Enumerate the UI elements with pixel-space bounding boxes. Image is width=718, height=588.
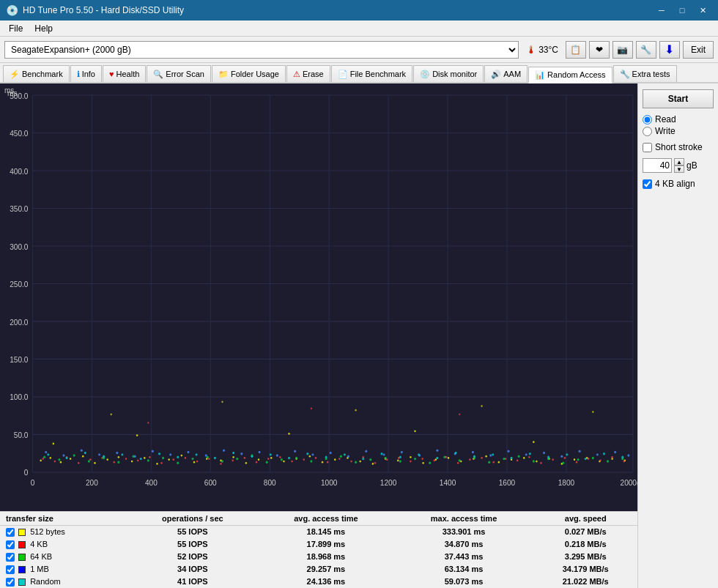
svg-point-135: [469, 458, 470, 461]
svg-point-156: [147, 459, 149, 461]
svg-point-50: [82, 455, 84, 458]
svg-point-226: [103, 455, 105, 457]
svg-point-241: [380, 453, 382, 455]
read-option[interactable]: Read: [643, 114, 714, 124]
svg-point-108: [149, 456, 150, 458]
svg-point-171: [369, 458, 371, 461]
svg-point-204: [311, 453, 314, 455]
svg-point-238: [325, 456, 327, 458]
svg-point-100: [54, 461, 56, 463]
align-option[interactable]: 4 KB align: [643, 179, 714, 189]
svg-rect-0: [0, 83, 637, 511]
write-option[interactable]: Write: [643, 126, 714, 136]
tab-randomaccess[interactable]: 📊 Random Access: [528, 67, 612, 83]
svg-point-230: [177, 456, 179, 458]
svg-point-82: [485, 455, 486, 458]
svg-text:200: 200: [86, 478, 98, 488]
start-button[interactable]: Start: [643, 89, 714, 108]
svg-point-258: [481, 405, 482, 407]
file-menu[interactable]: File: [3, 22, 29, 35]
row-checkbox-2[interactable]: [6, 553, 15, 562]
svg-text:400.0: 400.0: [10, 166, 28, 176]
y-axis-unit: ms: [4, 86, 14, 94]
size-spinner-buttons: ▲ ▼: [674, 158, 684, 173]
toolbar-btn-4[interactable]: 🔧: [636, 41, 656, 59]
svg-point-144: [576, 461, 577, 464]
short-stroke-option[interactable]: Short stroke: [643, 142, 714, 152]
svg-point-134: [457, 462, 459, 464]
svg-point-166: [295, 457, 297, 459]
svg-point-237: [306, 453, 308, 455]
size-up-button[interactable]: ▲: [674, 158, 684, 165]
write-radio[interactable]: [643, 127, 652, 136]
exit-button[interactable]: Exit: [683, 41, 714, 59]
minimize-button[interactable]: ─: [652, 3, 671, 18]
svg-text:50.0: 50.0: [14, 430, 29, 439]
cell-avg-access-2: 18.968 ms: [258, 551, 393, 563]
cell-label: 1 MB: [0, 563, 127, 576]
svg-point-177: [459, 459, 461, 461]
toolbar-btn-3[interactable]: 📷: [612, 41, 633, 59]
chart-svg: 500.0 450.0 400.0 350.0 300.0 250.0 200.…: [0, 83, 637, 511]
toolbar-btn-1[interactable]: 📋: [566, 41, 586, 59]
tab-erase[interactable]: ⚠ Erase: [286, 65, 330, 82]
tab-aam[interactable]: 🔊 AAM: [484, 65, 528, 82]
svg-text:350.0: 350.0: [10, 204, 28, 213]
svg-point-194: [134, 455, 136, 457]
svg-point-250: [547, 456, 549, 458]
svg-text:100.0: 100.0: [10, 392, 28, 402]
svg-point-219: [579, 450, 581, 453]
errorscan-icon: 🔍: [153, 70, 163, 79]
svg-point-233: [232, 452, 234, 454]
read-write-group: Read Write: [643, 114, 714, 136]
svg-point-132: [434, 460, 435, 462]
svg-point-161: [221, 460, 223, 462]
toolbar: SeagateExpansion+ (2000 gB) 🌡 33°C 📋 ❤ 📷…: [0, 37, 718, 63]
row-checkbox-1[interactable]: [6, 540, 15, 549]
svg-point-106: [125, 458, 127, 460]
drive-selector[interactable]: SeagateExpansion+ (2000 gB): [4, 41, 519, 59]
row-checkbox-3[interactable]: [6, 565, 15, 574]
svg-point-213: [472, 451, 474, 453]
svg-point-159: [192, 458, 194, 460]
row-checkbox-4[interactable]: [6, 578, 15, 587]
svg-point-121: [303, 458, 305, 461]
size-input[interactable]: [643, 158, 672, 173]
tab-health[interactable]: ♥ Health: [103, 65, 146, 82]
maximize-button[interactable]: □: [673, 3, 692, 18]
color-indicator-3: [18, 566, 26, 573]
svg-point-176: [443, 456, 445, 458]
svg-point-262: [459, 414, 460, 416]
tab-benchmark[interactable]: ⚡ Benchmark: [3, 65, 70, 82]
align-checkbox[interactable]: [643, 179, 652, 189]
health-icon: ♥: [109, 70, 114, 78]
close-button[interactable]: ✕: [693, 3, 712, 18]
svg-point-195: [152, 450, 154, 453]
svg-point-102: [78, 462, 79, 464]
read-radio[interactable]: [643, 115, 652, 124]
size-down-button[interactable]: ▼: [674, 165, 684, 173]
row-checkbox-0[interactable]: [6, 528, 15, 537]
tab-errorscan[interactable]: 🔍 Error Scan: [147, 65, 211, 82]
main-content: ms 500.0 450.0 400.0 350.0 300.0 250.0 2…: [0, 83, 718, 588]
col-transfer-size: transfer size: [0, 512, 127, 526]
help-menu[interactable]: Help: [29, 22, 59, 35]
svg-point-172: [385, 457, 387, 459]
short-stroke-checkbox[interactable]: [643, 143, 652, 152]
svg-point-261: [311, 408, 312, 410]
svg-point-251: [566, 453, 568, 455]
svg-point-52: [106, 458, 108, 461]
tab-filebenchmark[interactable]: 📄 File Benchmark: [331, 65, 412, 82]
svg-point-85: [523, 457, 525, 459]
tab-diskmonitor[interactable]: 💿 Disk monitor: [413, 65, 484, 82]
svg-point-58: [181, 455, 182, 457]
tab-folderusage[interactable]: 📁 Folder Usage: [212, 65, 286, 82]
cell-max-access-0: 333.901 ms: [394, 525, 534, 538]
svg-point-190: [62, 454, 64, 456]
cell-avg-access-0: 18.145 ms: [258, 525, 393, 538]
svg-point-215: [507, 450, 509, 453]
tab-extratests[interactable]: 🔧 Extra tests: [613, 65, 677, 82]
toolbar-btn-5[interactable]: ⬇: [659, 41, 680, 59]
tab-info[interactable]: ℹ Info: [70, 65, 102, 82]
toolbar-btn-2[interactable]: ❤: [589, 41, 610, 59]
